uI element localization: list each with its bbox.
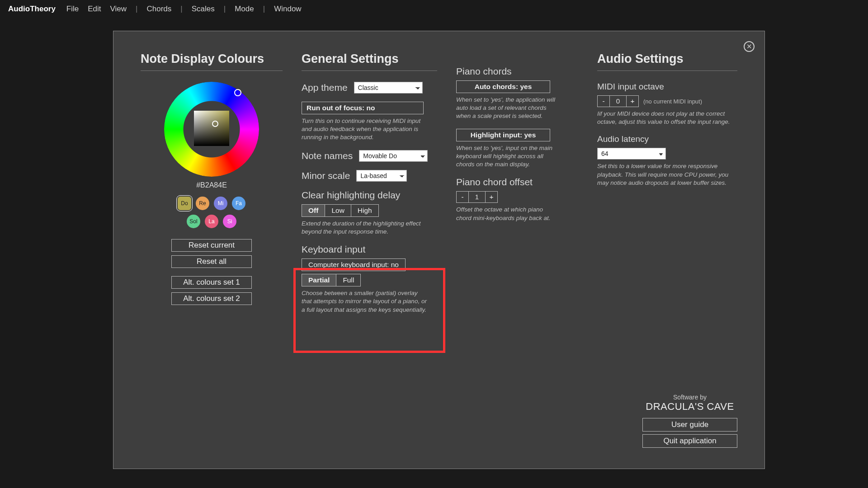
menu-mode[interactable]: Mode (235, 5, 254, 14)
general-column: General Settings App theme Classic Run o… (302, 52, 437, 322)
midi-status-note: (no current MIDI input) (643, 98, 702, 105)
credits-block: Software by DRACULA'S CAVE User guide Qu… (642, 394, 737, 450)
keyboard-input-toggle[interactable]: Computer keyboard input: no (302, 258, 406, 271)
alt-colours-2-button[interactable]: Alt. colours set 2 (171, 292, 252, 305)
auto-chords-help: When set to 'yes', the application will … (456, 96, 560, 121)
clear-off-button[interactable]: Off (302, 204, 325, 217)
kb-full-button[interactable]: Full (336, 274, 361, 286)
offset-value: 1 (469, 191, 485, 203)
menu-view[interactable]: View (110, 5, 127, 14)
menubar: AudioTheory File Edit View | Chords | Sc… (0, 0, 868, 18)
run-focus-help: Turn this on to continue receiving MIDI … (302, 117, 428, 142)
minor-scale-select[interactable]: La-based (356, 170, 407, 182)
midi-octave-label: MIDI input octave (597, 82, 737, 92)
heading-general: General Settings (302, 52, 437, 71)
clear-delay-help: Extend the duration of the highlighting … (302, 220, 428, 236)
keyboard-input-label: Keyboard input (302, 244, 437, 255)
software-by-label: Software by (642, 394, 737, 401)
swatch-row-1: Do Re Mi Fa (141, 197, 283, 210)
separator: | (263, 5, 265, 14)
settings-panel: ✕ Note Display Colours #B2A84E Do Re Mi … (113, 31, 765, 469)
colour-picker[interactable] (164, 82, 259, 177)
developer-name: DRACULA'S CAVE (642, 401, 737, 413)
minor-scale-label: Minor scale (302, 170, 350, 181)
reset-current-button[interactable]: Reset current (171, 239, 252, 252)
highlight-input-toggle[interactable]: Highlight input: yes (456, 129, 550, 141)
swatch-do[interactable]: Do (178, 197, 191, 210)
colours-column: Note Display Colours #B2A84E Do Re Mi Fa… (141, 52, 283, 322)
app-theme-select[interactable]: Classic (354, 82, 423, 94)
swatch-fa[interactable]: Fa (232, 197, 245, 210)
midi-minus-button[interactable]: - (597, 95, 610, 107)
menu-file[interactable]: File (66, 5, 79, 14)
menu-edit[interactable]: Edit (88, 5, 101, 14)
auto-chords-toggle[interactable]: Auto chords: yes (456, 80, 550, 93)
hex-value: #B2A84E (141, 181, 283, 189)
note-names-label: Note names (302, 150, 353, 161)
menu-chords[interactable]: Chords (147, 5, 172, 14)
kb-partial-button[interactable]: Partial (302, 274, 336, 286)
midi-plus-button[interactable]: + (626, 95, 639, 107)
piano-chords-label: Piano chords (456, 66, 578, 77)
clear-delay-segment: Off Low High (302, 204, 437, 217)
chord-offset-stepper: - 1 + (456, 191, 578, 203)
keyboard-layout-segment: Partial Full (302, 274, 437, 286)
latency-select[interactable]: 64 (597, 148, 666, 160)
clear-low-button[interactable]: Low (325, 204, 350, 217)
brand: AudioTheory (8, 5, 56, 14)
separator: | (180, 5, 182, 14)
user-guide-button[interactable]: User guide (642, 418, 737, 432)
offset-minus-button[interactable]: - (456, 191, 469, 203)
hue-handle[interactable] (234, 89, 241, 96)
heading-colours: Note Display Colours (141, 52, 283, 71)
swatch-mi[interactable]: Mi (214, 197, 227, 210)
swatch-la[interactable]: La (205, 215, 218, 228)
menu-window[interactable]: Window (274, 5, 301, 14)
swatch-si[interactable]: Si (223, 215, 236, 228)
midi-value: 0 (610, 95, 626, 107)
midi-help: Iif your MIDI device does not play at th… (597, 110, 733, 126)
swatch-row-2: Sol La Si (141, 215, 283, 228)
separator: | (224, 5, 226, 14)
heading-audio: Audio Settings (597, 52, 737, 71)
chord-offset-help: Offset the octave at which piano chord m… (456, 206, 551, 222)
reset-all-button[interactable]: Reset all (171, 255, 252, 268)
run-out-of-focus-toggle[interactable]: Run out of focus: no (302, 102, 424, 114)
highlight-input-help: When set to 'yes', input on the main key… (456, 144, 556, 169)
swatch-re[interactable]: Re (196, 197, 209, 210)
offset-plus-button[interactable]: + (485, 191, 498, 203)
swatch-sol[interactable]: Sol (187, 215, 200, 228)
latency-help: Set this to a lower value for more respo… (597, 162, 733, 187)
midi-octave-stepper: - 0 + (597, 95, 639, 107)
keyboard-input-help: Choose between a smaller (partial) overl… (302, 289, 428, 314)
menu-scales[interactable]: Scales (192, 5, 215, 14)
latency-label: Audio latency (597, 134, 737, 144)
chord-offset-label: Piano chord offset (456, 177, 578, 188)
sv-handle[interactable] (212, 121, 218, 127)
app-theme-label: App theme (302, 82, 348, 93)
note-names-select[interactable]: Movable Do (359, 150, 428, 162)
saturation-square[interactable] (194, 111, 229, 146)
quit-button[interactable]: Quit application (642, 434, 737, 448)
alt-colours-1-button[interactable]: Alt. colours set 1 (171, 276, 252, 289)
separator: | (136, 5, 137, 14)
clear-delay-label: Clear highlighting delay (302, 190, 437, 201)
close-icon[interactable]: ✕ (744, 41, 755, 52)
piano-column: . Piano chords Auto chords: yes When set… (456, 52, 578, 322)
clear-high-button[interactable]: High (351, 204, 379, 217)
audio-column: Audio Settings MIDI input octave - 0 + (… (597, 52, 737, 322)
